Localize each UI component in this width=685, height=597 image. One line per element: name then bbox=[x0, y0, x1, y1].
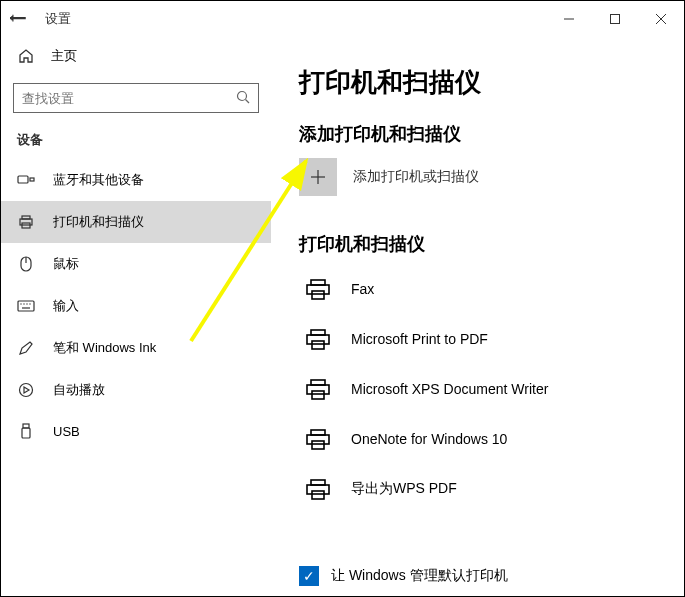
search-input[interactable] bbox=[22, 91, 216, 106]
sidebar-item-label: 打印机和扫描仪 bbox=[53, 213, 144, 231]
sidebar-item-label: 自动播放 bbox=[53, 381, 105, 399]
add-printer-row[interactable]: 添加打印机或扫描仪 bbox=[299, 158, 672, 196]
close-button[interactable] bbox=[638, 3, 684, 35]
svg-point-19 bbox=[20, 384, 33, 397]
window-title: 设置 bbox=[45, 10, 71, 28]
printer-icon bbox=[303, 426, 333, 452]
titlebar: 🠔 设置 bbox=[1, 1, 684, 37]
main-content: 打印机和扫描仪 添加打印机和扫描仪 添加打印机或扫描仪 打印机和扫描仪 Fax … bbox=[271, 37, 684, 596]
sidebar-category: 设备 bbox=[1, 131, 271, 159]
svg-rect-27 bbox=[307, 335, 329, 344]
search-icon bbox=[236, 90, 250, 107]
svg-rect-20 bbox=[23, 424, 29, 428]
titlebar-left: 🠔 设置 bbox=[9, 9, 71, 30]
svg-rect-24 bbox=[307, 285, 329, 294]
svg-rect-25 bbox=[311, 280, 325, 285]
svg-rect-6 bbox=[18, 176, 28, 183]
sidebar-home[interactable]: 主页 bbox=[1, 39, 271, 73]
manage-default-checkbox[interactable]: ✓ bbox=[299, 566, 319, 586]
printer-icon bbox=[17, 214, 35, 230]
manage-default-label: 让 Windows 管理默认打印机 bbox=[331, 567, 508, 585]
add-printer-button[interactable] bbox=[299, 158, 337, 196]
list-section-title: 打印机和扫描仪 bbox=[299, 232, 672, 256]
svg-rect-21 bbox=[22, 428, 30, 438]
svg-rect-29 bbox=[312, 341, 324, 349]
search-box[interactable] bbox=[13, 83, 259, 113]
svg-rect-33 bbox=[307, 435, 329, 444]
svg-rect-34 bbox=[311, 430, 325, 435]
page-title: 打印机和扫描仪 bbox=[299, 65, 672, 100]
sidebar-item-label: 输入 bbox=[53, 297, 79, 315]
autoplay-icon bbox=[17, 382, 35, 398]
sidebar: 主页 设备 蓝牙和其他设备 打印机和扫描仪 鼠标 bbox=[1, 37, 271, 596]
sidebar-item-usb[interactable]: USB bbox=[1, 411, 271, 451]
back-arrow-icon[interactable]: 🠔 bbox=[9, 9, 27, 30]
printer-name: Microsoft Print to PDF bbox=[351, 331, 488, 347]
svg-rect-32 bbox=[312, 391, 324, 399]
printer-item[interactable]: Microsoft XPS Document Writer bbox=[299, 368, 672, 410]
sidebar-home-label: 主页 bbox=[51, 47, 77, 65]
sidebar-item-pen[interactable]: 笔和 Windows Ink bbox=[1, 327, 271, 369]
svg-point-4 bbox=[238, 91, 247, 100]
sidebar-item-bluetooth[interactable]: 蓝牙和其他设备 bbox=[1, 159, 271, 201]
sidebar-item-autoplay[interactable]: 自动播放 bbox=[1, 369, 271, 411]
svg-point-15 bbox=[23, 303, 24, 304]
mouse-icon bbox=[17, 256, 35, 272]
svg-rect-28 bbox=[311, 330, 325, 335]
svg-line-5 bbox=[246, 99, 250, 103]
svg-point-17 bbox=[29, 303, 30, 304]
svg-rect-13 bbox=[18, 301, 34, 311]
maximize-button[interactable] bbox=[592, 3, 638, 35]
svg-rect-38 bbox=[312, 491, 324, 499]
sidebar-item-mouse[interactable]: 鼠标 bbox=[1, 243, 271, 285]
sidebar-item-label: 蓝牙和其他设备 bbox=[53, 171, 144, 189]
svg-rect-36 bbox=[307, 485, 329, 494]
sidebar-item-label: USB bbox=[53, 424, 80, 439]
printer-item[interactable]: Fax bbox=[299, 268, 672, 310]
printer-name: Fax bbox=[351, 281, 374, 297]
svg-rect-35 bbox=[312, 441, 324, 449]
home-icon bbox=[17, 48, 35, 64]
svg-point-16 bbox=[26, 303, 27, 304]
printer-item[interactable]: 导出为WPS PDF bbox=[299, 468, 672, 510]
svg-rect-1 bbox=[611, 15, 620, 24]
sidebar-item-printers[interactable]: 打印机和扫描仪 bbox=[1, 201, 271, 243]
bluetooth-icon bbox=[17, 173, 35, 187]
svg-rect-7 bbox=[30, 178, 34, 181]
svg-rect-37 bbox=[311, 480, 325, 485]
manage-default-row[interactable]: ✓ 让 Windows 管理默认打印机 bbox=[299, 566, 672, 586]
sidebar-item-typing[interactable]: 输入 bbox=[1, 285, 271, 327]
printer-name: OneNote for Windows 10 bbox=[351, 431, 507, 447]
sidebar-item-label: 笔和 Windows Ink bbox=[53, 339, 156, 357]
printer-name: Microsoft XPS Document Writer bbox=[351, 381, 548, 397]
add-printer-label: 添加打印机或扫描仪 bbox=[353, 168, 479, 186]
sidebar-item-label: 鼠标 bbox=[53, 255, 79, 273]
svg-rect-30 bbox=[307, 385, 329, 394]
window-controls bbox=[546, 3, 684, 35]
svg-rect-26 bbox=[312, 291, 324, 299]
printer-icon bbox=[303, 326, 333, 352]
printer-item[interactable]: Microsoft Print to PDF bbox=[299, 318, 672, 360]
svg-rect-31 bbox=[311, 380, 325, 385]
add-section-title: 添加打印机和扫描仪 bbox=[299, 122, 672, 146]
keyboard-icon bbox=[17, 300, 35, 312]
svg-point-14 bbox=[20, 303, 21, 304]
printer-icon bbox=[303, 476, 333, 502]
printer-icon bbox=[303, 276, 333, 302]
printer-item[interactable]: OneNote for Windows 10 bbox=[299, 418, 672, 460]
pen-icon bbox=[17, 340, 35, 356]
printer-name: 导出为WPS PDF bbox=[351, 480, 457, 498]
svg-rect-9 bbox=[22, 216, 30, 219]
usb-icon bbox=[17, 423, 35, 439]
minimize-button[interactable] bbox=[546, 3, 592, 35]
printer-icon bbox=[303, 376, 333, 402]
